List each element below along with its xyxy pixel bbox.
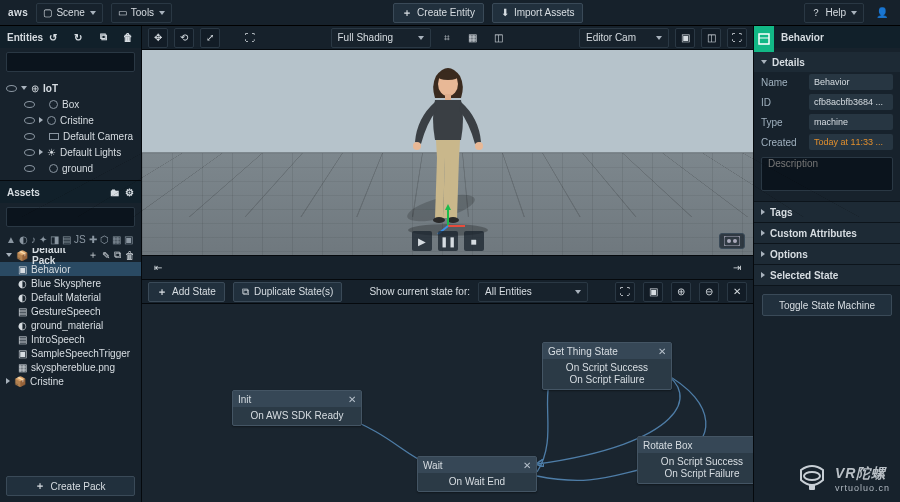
zoom-in-icon[interactable]: ⊕ [671,282,691,302]
edit-icon[interactable]: ✎ [102,250,110,261]
fit-icon[interactable]: ⛶ [615,282,635,302]
collapse-left-icon[interactable]: ⇤ [148,258,168,278]
scale-tool-icon[interactable]: ⤢ [200,28,220,48]
tree-item[interactable]: Default Camera [0,128,141,144]
custom-attributes-section-header[interactable]: Custom Attributes [754,223,900,243]
add-state-button[interactable]: ＋Add State [148,282,225,302]
description-input[interactable] [761,157,893,191]
graph-node-rotate-box[interactable]: Rotate Box✕ On Script SuccessOn Script F… [637,436,753,484]
fullscreen-icon[interactable]: ⛶ [727,28,747,48]
selected-state-section-header[interactable]: Selected State [754,265,900,285]
pause-button[interactable]: ❚❚ [438,231,458,251]
assets-search-input[interactable] [6,207,135,227]
camera-icon [49,133,59,140]
folder-icon[interactable]: 🖿 [110,187,120,198]
name-field[interactable]: Behavior [809,74,893,90]
options-section-header[interactable]: Options [754,244,900,264]
create-pack-button[interactable]: ＋Create Pack [6,476,135,496]
filter-icon[interactable]: ♪ [31,234,36,245]
filter-icon[interactable]: JS [74,234,86,245]
user-icon[interactable]: 👤 [872,3,892,23]
help-menu[interactable]: ？Help [804,3,864,23]
filter-icon[interactable]: ◐ [19,234,28,245]
graph-node-init[interactable]: Init✕ On AWS SDK Ready [232,390,362,426]
translate-tool-icon[interactable]: ✥ [148,28,168,48]
add-icon[interactable]: ＋ [88,248,98,262]
visibility-icon[interactable] [24,101,35,108]
visibility-icon[interactable] [24,165,35,172]
visibility-icon[interactable] [6,85,17,92]
visibility-icon[interactable] [24,117,35,124]
undo-icon[interactable]: ↺ [43,27,63,47]
filter-icon[interactable]: ✚ [89,234,97,245]
asset-item[interactable]: ◐Blue Skysphere [0,276,141,290]
asset-item[interactable]: ▦skysphereblue.png [0,360,141,374]
tree-item[interactable]: Box [0,96,141,112]
camera-select[interactable]: Editor Cam [579,28,669,48]
view-icon[interactable]: ◫ [489,28,509,48]
graph-node-get-thing-state[interactable]: Get Thing State✕ On Script SuccessOn Scr… [542,342,672,390]
settings-icon[interactable]: ⚙ [125,187,134,198]
asset-item[interactable]: ▣SampleSpeechTrigger [0,346,141,360]
grid-icon[interactable]: ▦ [463,28,483,48]
filter-icon[interactable]: ▦ [112,234,121,245]
play-button[interactable]: ▶ [412,231,432,251]
visibility-icon[interactable] [24,149,35,156]
behavior-tab[interactable] [754,26,774,52]
asset-pack[interactable]: 📦Default Pack ＋✎⧉🗑 [0,248,141,262]
import-assets-button[interactable]: ⬇Import Assets [492,3,584,23]
details-section-header[interactable]: Details [754,52,900,72]
filter-icon[interactable]: ▤ [62,234,71,245]
asset-item[interactable]: ▤IntroSpeech [0,332,141,346]
close-icon[interactable]: ✕ [348,394,356,405]
filter-icon[interactable]: ▣ [124,234,133,245]
tags-section-header[interactable]: Tags [754,202,900,222]
assets-filter-toolbar: ▲◐♪✦◨▤JS✚⬡▦▣ [0,231,141,248]
trash-icon[interactable]: 🗑 [125,250,135,261]
tree-root[interactable]: ⊕IoT [0,80,141,96]
rotate-tool-icon[interactable]: ⟲ [174,28,194,48]
filter-icon[interactable]: ⬡ [100,234,109,245]
visibility-icon[interactable] [24,133,35,140]
close-panel-icon[interactable]: ✕ [727,282,747,302]
entity-filter-select[interactable]: All Entities [478,282,588,302]
redo-icon[interactable]: ↻ [68,27,88,47]
filter-icon[interactable]: ✦ [39,234,47,245]
tree-item[interactable]: ground [0,160,141,176]
close-icon[interactable]: ✕ [523,460,531,471]
asset-item[interactable]: ◐Default Material [0,290,141,304]
copy-icon[interactable]: ⧉ [93,27,113,47]
collapse-right-icon[interactable]: ⇥ [727,258,747,278]
tree-item[interactable]: Cristine [0,112,141,128]
trash-icon[interactable]: 🗑 [118,27,138,47]
copy-icon[interactable]: ⧉ [114,249,121,261]
frame-icon[interactable]: ⌗ [437,28,457,48]
vr-mode-button[interactable] [719,233,745,249]
asset-pack[interactable]: 📦Cristine [0,374,141,388]
zoom-reset-icon[interactable]: ▣ [643,282,663,302]
avatar-character [403,58,493,238]
snap-icon[interactable]: ⛶ [240,28,260,48]
filter-icon[interactable]: ◨ [50,234,59,245]
create-entity-button[interactable]: ＋Create Entity [393,3,484,23]
duplicate-states-button[interactable]: ⧉Duplicate State(s) [233,282,342,302]
asset-item[interactable]: ▤GestureSpeech [0,304,141,318]
tools-menu[interactable]: ▭Tools [111,3,172,23]
graph-node-wait[interactable]: Wait✕ On Wait End [417,456,537,492]
viewport-layout-icon[interactable]: ▣ [675,28,695,48]
globe-icon: ⊕ [31,83,39,94]
tree-item[interactable]: ☀Default Lights [0,144,141,160]
scene-menu[interactable]: ▢Scene [36,3,102,23]
zoom-out-icon[interactable]: ⊖ [699,282,719,302]
viewport-layout-icon[interactable]: ◫ [701,28,721,48]
toggle-state-machine-button[interactable]: Toggle State Machine [762,294,892,316]
entities-search-input[interactable] [6,52,135,72]
entities-panel-header: Entities ↺ ↻ ⧉ 🗑 [0,26,141,48]
filter-icon[interactable]: ▲ [6,234,16,245]
close-icon[interactable]: ✕ [658,346,666,357]
state-machine-graph[interactable]: Init✕ On AWS SDK Ready Wait✕ On Wait End… [142,304,753,502]
shading-mode-select[interactable]: Full Shading [331,28,431,48]
stop-button[interactable]: ■ [464,231,484,251]
asset-item[interactable]: ◐ground_material [0,318,141,332]
viewport-3d[interactable]: ▶ ❚❚ ■ [142,50,753,256]
